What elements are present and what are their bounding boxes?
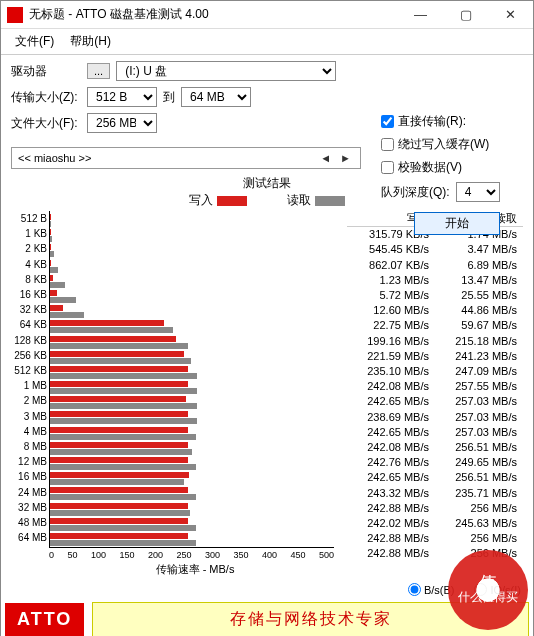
- write-value: 235.10 MB/s: [347, 364, 435, 379]
- y-tick: 1 MB: [11, 378, 47, 393]
- y-tick: 64 KB: [11, 317, 47, 332]
- x-tick: 150: [119, 550, 134, 560]
- table-row: 242.88 MB/s256 MB/s: [347, 501, 523, 516]
- y-tick: 48 MB: [11, 515, 47, 530]
- bar-row: [50, 259, 334, 274]
- transfer-to-select[interactable]: 64 MB: [181, 87, 251, 107]
- table-row: 1.23 MB/s13.47 MB/s: [347, 273, 523, 288]
- read-bar: [50, 267, 58, 273]
- read-bar: [50, 464, 196, 470]
- x-tick: 0: [49, 550, 54, 560]
- write-bar: [50, 518, 188, 524]
- table-row: 242.08 MB/s256.51 MB/s: [347, 440, 523, 455]
- x-tick: 100: [91, 550, 106, 560]
- read-value: 256.51 MB/s: [435, 440, 523, 455]
- write-value: 22.75 MB/s: [347, 318, 435, 333]
- direct-io-checkbox[interactable]: 直接传输(R):: [381, 113, 500, 130]
- x-axis-label: 传输速率 - MB/s: [49, 562, 341, 577]
- read-bar: [50, 434, 196, 440]
- bar-row: [50, 289, 334, 304]
- x-tick: 500: [319, 550, 334, 560]
- write-bar: [50, 442, 188, 448]
- y-tick: 1 KB: [11, 226, 47, 241]
- read-value: 241.23 MB/s: [435, 349, 523, 364]
- y-tick: 64 MB: [11, 530, 47, 545]
- y-tick: 16 KB: [11, 287, 47, 302]
- bar-row: [50, 365, 334, 380]
- y-tick: 512 KB: [11, 363, 47, 378]
- titlebar: 无标题 - ATTO 磁盘基准测试 4.00 — ▢ ✕: [1, 1, 533, 29]
- read-bar: [50, 327, 173, 333]
- browse-button[interactable]: ...: [87, 63, 110, 79]
- queue-depth-select[interactable]: 4: [456, 182, 500, 202]
- read-bar: [50, 388, 197, 394]
- write-bar: [50, 472, 189, 478]
- write-value: 221.59 MB/s: [347, 349, 435, 364]
- drive-select[interactable]: (I:) U 盘: [116, 61, 336, 81]
- write-value: 243.32 MB/s: [347, 486, 435, 501]
- table-row: 22.75 MB/s59.67 MB/s: [347, 318, 523, 333]
- write-swatch-icon: [217, 196, 247, 206]
- start-button[interactable]: 开始: [414, 212, 500, 235]
- y-tick: 8 KB: [11, 272, 47, 287]
- y-tick: 16 MB: [11, 469, 47, 484]
- table-row: 242.76 MB/s249.65 MB/s: [347, 455, 523, 470]
- read-bar: [50, 312, 84, 318]
- description-text: << miaoshu >>: [18, 152, 91, 164]
- write-bar: [50, 487, 188, 493]
- desc-next-button[interactable]: ►: [337, 152, 354, 164]
- y-tick: 256 KB: [11, 348, 47, 363]
- table-row: 235.10 MB/s247.09 MB/s: [347, 364, 523, 379]
- write-bar: [50, 366, 188, 372]
- file-size-select[interactable]: 256 MB: [87, 113, 157, 133]
- y-tick: 32 KB: [11, 302, 47, 317]
- read-value: 6.89 MB/s: [435, 258, 523, 273]
- read-bar: [50, 479, 184, 485]
- read-value: 257.03 MB/s: [435, 425, 523, 440]
- bypass-cache-checkbox[interactable]: 绕过写入缓存(W): [381, 136, 500, 153]
- desc-prev-button[interactable]: ◄: [317, 152, 334, 164]
- read-bar: [50, 251, 54, 257]
- read-value: 249.65 MB/s: [435, 455, 523, 470]
- minimize-button[interactable]: —: [398, 1, 443, 29]
- legend-write-label: 写入: [189, 192, 213, 209]
- write-value: 862.07 KB/s: [347, 258, 435, 273]
- write-bar: [50, 305, 63, 311]
- verify-checkbox[interactable]: 校验数据(V): [381, 159, 500, 176]
- bar-row: [50, 395, 334, 410]
- write-value: 12.60 MB/s: [347, 303, 435, 318]
- y-tick: 4 MB: [11, 424, 47, 439]
- bar-row: [50, 441, 334, 456]
- write-bar: [50, 381, 188, 387]
- to-label: 到: [163, 89, 175, 106]
- transfer-from-select[interactable]: 512 B: [87, 87, 157, 107]
- bar-row: [50, 350, 334, 365]
- read-bar: [50, 510, 190, 516]
- description-box: << miaoshu >> ◄ ►: [11, 147, 361, 169]
- read-bar: [50, 221, 51, 227]
- write-value: 242.65 MB/s: [347, 425, 435, 440]
- table-row: 242.02 MB/s245.63 MB/s: [347, 516, 523, 531]
- x-tick: 400: [262, 550, 277, 560]
- y-tick: 32 MB: [11, 500, 47, 515]
- maximize-button[interactable]: ▢: [443, 1, 488, 29]
- write-value: 242.88 MB/s: [347, 546, 435, 561]
- read-value: 215.18 MB/s: [435, 334, 523, 349]
- menu-help[interactable]: 帮助(H): [62, 31, 119, 52]
- read-bar: [50, 449, 192, 455]
- close-button[interactable]: ✕: [488, 1, 533, 29]
- results-table: 写入读取 315.79 KB/s1.74 MB/s545.45 KB/s3.47…: [347, 211, 523, 577]
- read-value: 257.03 MB/s: [435, 410, 523, 425]
- window-title: 无标题 - ATTO 磁盘基准测试 4.00: [29, 6, 398, 23]
- table-row: 238.69 MB/s257.03 MB/s: [347, 410, 523, 425]
- read-value: 59.67 MB/s: [435, 318, 523, 333]
- write-value: 242.08 MB/s: [347, 440, 435, 455]
- read-value: 44.86 MB/s: [435, 303, 523, 318]
- legend-read-label: 读取: [287, 192, 311, 209]
- write-bar: [50, 411, 188, 417]
- menu-file[interactable]: 文件(F): [7, 31, 62, 52]
- write-value: 545.45 KB/s: [347, 242, 435, 257]
- table-row: 242.65 MB/s257.03 MB/s: [347, 394, 523, 409]
- bar-row: [50, 380, 334, 395]
- read-bar: [50, 236, 52, 242]
